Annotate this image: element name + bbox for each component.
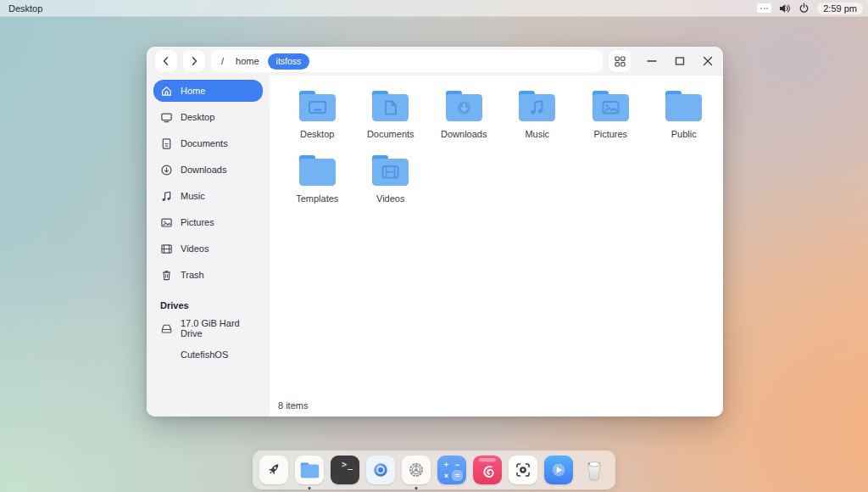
breadcrumb-root[interactable]: / (218, 56, 227, 66)
toolbar: / home itsfoss (147, 47, 723, 75)
hard-drive-icon (160, 322, 173, 335)
folder-documents[interactable]: Documents (354, 86, 428, 139)
items-count: 8 items (278, 400, 308, 411)
terminal-prompt-icon: >_ (342, 460, 353, 469)
close-button[interactable] (701, 54, 715, 68)
drives-section-header: Drives (153, 290, 263, 317)
folder-videos[interactable]: Videos (354, 150, 428, 204)
keyboard-layout-icon[interactable] (757, 3, 771, 13)
folder-label: Desktop (300, 129, 334, 139)
power-icon[interactable] (798, 3, 810, 14)
dock-debian[interactable] (473, 456, 502, 484)
top-panel: Desktop 2:59 pm (0, 0, 868, 17)
back-button[interactable] (155, 50, 177, 72)
dock-browser[interactable] (366, 456, 395, 484)
breadcrumb-segment-current[interactable]: itsfoss (268, 53, 310, 70)
sidebar-item-label: Pictures (181, 217, 214, 227)
calculator-icon: + − × = (441, 459, 463, 481)
folder-label: Public (671, 129, 697, 139)
settings-gear-icon (406, 460, 426, 480)
sidebar-item-home[interactable]: Home (153, 80, 263, 102)
sidebar-item-label: Desktop (181, 112, 214, 122)
folder-label: Documents (367, 129, 415, 139)
home-icon (160, 85, 173, 98)
sidebar-item-trash[interactable]: Trash (153, 264, 263, 286)
sidebar-item-downloads[interactable]: Downloads (153, 159, 263, 181)
sidebar-item-desktop[interactable]: Desktop (153, 106, 263, 128)
sidebar-item-hard-drive[interactable]: 17.0 GiB Hard Drive (153, 317, 263, 339)
grid-view-button[interactable] (609, 50, 631, 72)
folder-icon (445, 90, 483, 122)
volume-icon[interactable] (779, 3, 791, 14)
folder-view: Desktop Documents (270, 75, 723, 417)
minimize-button[interactable] (645, 54, 659, 68)
folder-icon (298, 154, 337, 187)
folder-label: Videos (376, 193, 404, 204)
status-bar: 8 items (270, 398, 723, 417)
breadcrumb-segment-home[interactable]: home (231, 56, 264, 66)
music-icon (160, 190, 173, 203)
sidebar-item-label: 17.0 GiB Hard Drive (181, 318, 256, 338)
folder-icon (665, 90, 703, 122)
sidebar-item-videos[interactable]: Videos (153, 238, 263, 260)
folder-icon (518, 90, 556, 122)
screenshot-shutter-icon (513, 460, 533, 480)
dock-settings[interactable] (402, 456, 431, 484)
clock[interactable]: 2:59 pm (817, 3, 863, 14)
sidebar-item-documents[interactable]: Documents (153, 132, 263, 154)
folder-templates[interactable]: Templates (281, 150, 354, 204)
folder-music[interactable]: Music (501, 86, 575, 139)
trash-bin-icon (581, 456, 607, 484)
dock-screenshot[interactable] (509, 456, 537, 484)
forward-button[interactable] (183, 50, 205, 72)
sidebar-item-music[interactable]: Music (153, 185, 263, 207)
folder-label: Downloads (441, 129, 487, 139)
sidebar-item-label: Videos (181, 243, 209, 254)
sidebar-item-label: Home (181, 86, 205, 96)
dock: >_ (253, 450, 615, 489)
running-indicator (309, 487, 311, 489)
folder-icon (298, 90, 337, 122)
folder-public[interactable]: Public (648, 86, 721, 139)
sidebar-item-cutefishos[interactable]: CutefishOS (153, 344, 263, 366)
folder-desktop[interactable]: Desktop (281, 86, 354, 139)
dock-launcher[interactable] (259, 456, 288, 484)
play-icon (548, 460, 569, 480)
folder-pictures[interactable]: Pictures (574, 86, 648, 139)
folder-icon (592, 90, 630, 122)
sidebar-item-label: CutefishOS (181, 349, 228, 360)
folder-label: Pictures (593, 129, 627, 139)
folder-label: Templates (296, 193, 338, 204)
film-icon (160, 243, 173, 255)
file-manager-window: / home itsfoss Home (147, 47, 723, 417)
breadcrumb[interactable]: / home itsfoss (211, 50, 603, 72)
document-icon (160, 137, 173, 150)
sidebar-item-label: Music (181, 191, 205, 201)
folder-icon (371, 90, 409, 122)
running-indicator (415, 487, 418, 489)
dock-calculator[interactable]: + − × = (437, 456, 466, 484)
dock-terminal[interactable]: >_ (331, 456, 359, 484)
maximize-button[interactable] (673, 54, 687, 68)
dock-file-manager[interactable] (295, 456, 324, 484)
pictures-icon (160, 216, 173, 229)
folder-icon (300, 462, 320, 478)
folder-downloads[interactable]: Downloads (427, 86, 501, 139)
trash-icon (160, 269, 173, 282)
folders-grid: Desktop Documents (270, 75, 723, 398)
rocket-icon (264, 461, 283, 479)
active-app-title: Desktop (8, 3, 42, 14)
download-icon (160, 164, 173, 176)
sidebar-item-label: Trash (181, 270, 204, 280)
debian-swirl-icon (473, 456, 502, 484)
sidebar-item-label: Documents (181, 138, 228, 148)
folder-icon (371, 154, 409, 187)
dock-video-player[interactable] (544, 456, 573, 484)
sidebar-item-label: Downloads (181, 165, 226, 175)
chromium-icon (370, 460, 391, 480)
monitor-icon (160, 111, 173, 124)
dock-trash[interactable] (580, 456, 609, 484)
sidebar-item-pictures[interactable]: Pictures (153, 211, 263, 233)
sidebar: Home Desktop Documents Downloads Music P (147, 75, 270, 417)
folder-label: Music (525, 129, 549, 139)
